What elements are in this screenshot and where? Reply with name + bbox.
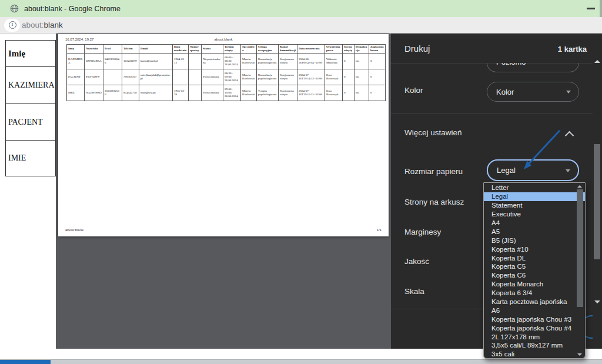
print-preview-area: 16.07.2024, 19:27 about:blank ImięNazwis…	[56, 34, 391, 349]
preview-page-indicator: 1/1	[377, 228, 382, 232]
address-field[interactable]: about:blank	[22, 21, 63, 29]
paper-size-option[interactable]: Koperta #10	[484, 245, 585, 253]
paper-size-option[interactable]: 3,5x5 cali/L 89x127 mm	[484, 341, 585, 350]
preview-table-cell: 08:00 - 08:30, 26.06.2024	[223, 54, 241, 69]
preview-table-cell: Ewa Krawczyk	[325, 85, 343, 101]
preview-table-cell: 0	[343, 85, 354, 101]
chevron-down-icon	[566, 169, 570, 172]
color-label: Kolor	[404, 86, 423, 95]
background-table-cell: KAZIMIERA	[6, 67, 55, 104]
scrollbar-thumb[interactable]	[594, 144, 600, 259]
pages-per-sheet-label: Strony na arkusz	[404, 198, 464, 206]
preview-table-cell	[189, 54, 202, 69]
preview-table-cell	[103, 69, 122, 85]
preview-table-cell: nie	[354, 69, 369, 85]
preview-column-header: Pesel	[103, 45, 122, 54]
paper-size-option[interactable]: 2L 127x178 mm	[484, 332, 585, 341]
paper-size-option[interactable]: A6	[484, 306, 585, 315]
preview-table-cell	[173, 69, 189, 85]
preview-table-cell: Terapia psychologiczna	[257, 85, 279, 101]
preview-table-cell: kazia@mail.pl	[139, 54, 173, 69]
paper-size-option[interactable]: Koperta japońska Chou #4	[484, 323, 585, 332]
paper-size-listbox[interactable]: LetterLegalStatementExecutiveA4A5B5 (JIS…	[483, 182, 586, 359]
section-divider	[391, 113, 602, 114]
dropdown-scrollbar-thumb[interactable]	[577, 189, 583, 307]
scroll-down-arrow[interactable]	[594, 300, 600, 303]
site-info-button[interactable]	[4, 19, 20, 32]
paper-size-option[interactable]: Karta pocztowa japońska	[484, 298, 585, 306]
preview-table-cell: nie	[354, 85, 369, 101]
preview-table-row: KAZIMIERAOWIECZKA64031358046123456879kaz…	[67, 54, 386, 69]
paper-size-option[interactable]: Executive	[484, 210, 585, 219]
preview-table-cell: 09:00 - 10:00, 26.06.2024	[223, 85, 241, 101]
dropdown-scroll-down-icon[interactable]	[577, 353, 582, 356]
scroll-up-arrow[interactable]	[594, 60, 600, 63]
paper-size-option[interactable]: Legal	[484, 192, 585, 201]
dropdown-scroll-up-icon[interactable]	[577, 185, 582, 188]
url-bar[interactable]: about:blank	[0, 17, 602, 34]
dialog-scrollbar[interactable]	[593, 34, 602, 349]
paper-size-option[interactable]: Koperta Monarch	[484, 280, 585, 289]
window-titlebar[interactable]: about:blank - Google Chrome	[0, 0, 602, 17]
preview-table-cell: OWIECZKA	[85, 54, 103, 69]
color-select[interactable]: Kolor	[487, 82, 579, 102]
paper-size-option[interactable]: Koperta C5	[484, 262, 585, 271]
preview-table-cell: Potwierdzona	[202, 85, 223, 101]
preview-table-cell: KAZIMIERA	[67, 54, 85, 69]
url-scheme: about:	[22, 21, 44, 29]
paper-size-option[interactable]: Koperta 6 3/4	[484, 289, 585, 298]
paper-size-option[interactable]: Koperta DL	[484, 253, 585, 262]
preview-table-cell: Marcin Kozłowski	[241, 69, 257, 85]
preview-table-cell: 123456879	[122, 54, 139, 69]
preview-page-header: 16.07.2024, 19:27 about:blank	[65, 38, 382, 42]
print-dialog-title: Drukuj	[404, 44, 430, 54]
preview-table: ImięNazwiskoPeselTelefonEmailData urodze…	[66, 44, 386, 101]
chevron-up-icon[interactable]	[565, 131, 574, 141]
more-settings-label: Więcej ustawień	[404, 128, 462, 137]
preview-column-header: Usługa recepcyjna	[257, 45, 279, 54]
preview-table-cell: 08:30 - 09:00, 26.06.2024	[223, 69, 241, 85]
preview-column-header: Ocena wizyty	[343, 45, 354, 54]
paper-size-option[interactable]: 3x5 cali	[484, 350, 585, 359]
preview-column-header: Utworzona przez	[325, 45, 343, 54]
preview-table-cell: Marcin Kozłowski	[241, 54, 257, 69]
paper-size-option[interactable]: Letter	[484, 183, 585, 192]
orientation-value: Poziomo	[496, 63, 526, 66]
preview-table-cell: 0	[343, 69, 354, 85]
paper-size-option[interactable]: A4	[484, 219, 585, 228]
margins-label: Marginesy	[404, 228, 441, 236]
preview-column-header: Data urodzenia	[173, 45, 189, 54]
paper-size-option[interactable]: Koperta japońska Chou #3	[484, 315, 585, 323]
preview-column-header: Kanał komunikacji	[279, 45, 297, 54]
paper-size-select[interactable]: Legal	[487, 159, 579, 181]
preview-table-cell: IMIE	[67, 85, 85, 101]
preview-table-cell: Marcin Kozłowski	[241, 85, 257, 101]
preview-table-cell: 0	[369, 54, 386, 69]
info-icon	[9, 21, 16, 29]
preview-table-cell: 2024-07-16T19:14:53+02:00	[297, 69, 325, 85]
paper-size-option[interactable]: Koperta C6	[484, 271, 585, 280]
bottom-scrollbar[interactable]	[0, 359, 602, 364]
orientation-select[interactable]: Poziomo	[487, 63, 579, 72]
globe-icon	[10, 4, 19, 13]
paper-size-value: Legal	[497, 166, 516, 175]
preview-table-cell: PACJENT	[67, 69, 85, 85]
preview-column-header: Imię	[67, 45, 85, 54]
preview-table-cell: Ewa Krawczyk	[325, 69, 343, 85]
preview-doc-title: about:blank	[65, 38, 382, 41]
preview-table-cell	[189, 69, 202, 85]
preview-table-cell: 2024-07-16T19:15:15+02:00	[297, 85, 325, 101]
preview-table-row: IMIENAZWISKO35032812530854042738mail@tes…	[67, 85, 386, 101]
preview-column-header: Fiskalizacja	[354, 45, 369, 54]
preview-table-cell: mail@test.pl	[139, 85, 173, 101]
paper-size-option[interactable]: Statement	[484, 201, 585, 210]
chrome-window: about:blank - Google Chrome about:blank …	[0, 0, 602, 364]
bottom-scrollbar-thumb[interactable]	[0, 360, 51, 364]
minimize-button[interactable]	[587, 8, 595, 9]
paper-size-option[interactable]: B5 (JIS)	[484, 236, 585, 245]
preview-table-cell: 1935-03-28	[173, 85, 189, 101]
paper-size-options: LetterLegalStatementExecutiveA4A5B5 (JIS…	[484, 183, 585, 359]
preview-table-cell: 1964-03-13	[173, 54, 189, 69]
paper-size-option[interactable]: A5	[484, 227, 585, 236]
preview-table-cell: Konsultacja psychologiczna	[257, 54, 279, 69]
